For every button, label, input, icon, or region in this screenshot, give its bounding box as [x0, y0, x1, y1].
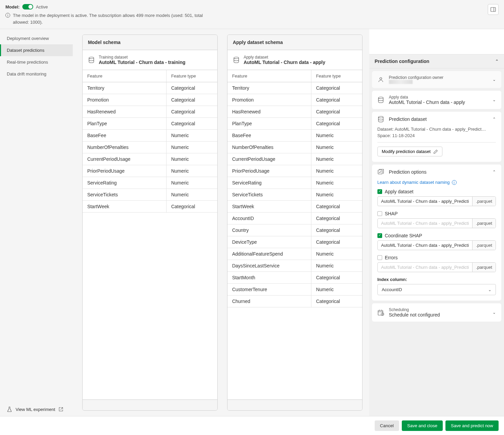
option-label: SHAP	[385, 211, 398, 216]
sidebar-item-dataset-predictions[interactable]: Dataset predictions	[0, 44, 73, 56]
prediction-options-header[interactable]: Prediction options ⌃	[372, 165, 501, 179]
external-link-icon	[59, 407, 63, 412]
feature-cell: StartWeek	[83, 201, 167, 212]
owner-section[interactable]: Prediction configuration owner ⌄	[372, 71, 501, 88]
table-row: PriorPeriodUsageNumeric	[227, 165, 362, 177]
index-column-select[interactable]: AccountID ⌄	[377, 284, 496, 295]
type-cell: Categorical	[311, 106, 362, 117]
apply-feature-header: Feature	[227, 70, 311, 82]
chevron-down-icon: ⌄	[488, 287, 491, 292]
apply-dataset-label: Apply dataset	[244, 55, 325, 60]
feature-cell: AccountID	[227, 213, 311, 224]
type-cell: Numeric	[167, 165, 217, 177]
prediction-config-panel: Prediction configuration ⌃ Prediction co…	[369, 29, 504, 416]
option-file-ext: .parquet	[472, 263, 496, 272]
apply-data-value: AutoML Tutorial - Churn data - apply	[389, 100, 488, 105]
table-row: AdditionalFeatureSpendNumeric	[227, 248, 362, 260]
table-row: PlanTypeCategorical	[83, 118, 217, 130]
save-and-close-button[interactable]: Save and close	[402, 420, 443, 431]
table-row: CurrentPeriodUsageNumeric	[227, 153, 362, 165]
dataset-line: Dataset: AutoML Tutorial - Churn data - …	[377, 127, 496, 132]
option-label: Errors	[385, 255, 398, 260]
type-cell: Numeric	[167, 142, 217, 153]
option-checkbox[interactable]	[377, 233, 382, 238]
type-cell: Categorical	[167, 118, 217, 129]
chevron-down-icon: ⌄	[492, 97, 496, 102]
table-row: StartWeekCategorical	[227, 201, 362, 213]
option-checkbox[interactable]	[377, 255, 382, 260]
model-active-toggle[interactable]	[22, 4, 33, 9]
table-row: PromotionCategorical	[83, 94, 217, 106]
table-row: TerritoryCategorical	[83, 82, 217, 94]
pencil-icon	[433, 149, 438, 154]
feature-cell: PlanType	[227, 118, 311, 129]
model-feature-header: Feature	[83, 70, 167, 82]
feature-cell: Country	[227, 224, 311, 236]
type-cell: Numeric	[167, 177, 217, 189]
svg-point-5	[378, 97, 383, 99]
cancel-button[interactable]: Cancel	[375, 420, 399, 431]
info-icon: i	[5, 13, 10, 18]
chevron-up-icon[interactable]: ⌃	[495, 59, 499, 64]
type-cell: Numeric	[167, 153, 217, 165]
feature-cell: Territory	[83, 82, 167, 94]
model-schema-title: Model schema	[83, 35, 217, 50]
prediction-option: Apply datasetAutoML Tutorial - Churn dat…	[377, 189, 496, 206]
footer-bar: Cancel Save and close Save and predict n…	[0, 416, 504, 435]
table-row: PlanTypeCategorical	[227, 118, 362, 130]
table-row: BaseFeeNumeric	[83, 130, 217, 142]
option-checkbox[interactable]	[377, 211, 382, 216]
type-cell: Numeric	[311, 142, 362, 153]
prediction-dataset-header[interactable]: Prediction dataset ⌃	[372, 112, 501, 127]
type-cell: Categorical	[311, 236, 362, 248]
type-cell: Numeric	[311, 130, 362, 141]
view-ml-experiment-link[interactable]: View ML experiment	[0, 403, 73, 416]
type-cell: Categorical	[311, 94, 362, 106]
apply-data-section[interactable]: Apply data AutoML Tutorial - Churn data …	[372, 91, 501, 109]
svg-rect-0	[491, 7, 496, 12]
type-cell: Numeric	[311, 260, 362, 271]
chevron-down-icon: ⌄	[492, 77, 496, 82]
scheduling-value: Schedule not configured	[389, 312, 488, 318]
table-row: CustomerTenureNumeric	[227, 284, 362, 296]
scheduling-section[interactable]: Scheduling Schedule not configured ⌄	[372, 303, 501, 322]
option-file-input[interactable]: AutoML Tutorial - Churn data - apply_Pre…	[378, 241, 473, 250]
option-file-input[interactable]: AutoML Tutorial - Churn data - apply_Pre…	[378, 197, 473, 206]
option-file-input: AutoML Tutorial - Churn data - apply_Pre…	[378, 263, 473, 272]
feature-cell: PriorPeriodUsage	[227, 165, 311, 177]
type-cell: Categorical	[167, 94, 217, 106]
learn-naming-link[interactable]: Learn about dynamic dataset naming i	[377, 179, 457, 185]
type-cell: Numeric	[311, 248, 362, 260]
view-ml-experiment-label: View ML experiment	[16, 407, 55, 412]
prediction-dataset-title: Prediction dataset	[389, 116, 488, 122]
index-column-label: Index column:	[377, 277, 496, 282]
type-cell: Categorical	[167, 82, 217, 94]
feature-cell: Promotion	[227, 94, 311, 106]
apply-data-label: Apply data	[389, 95, 488, 100]
svg-point-4	[380, 78, 382, 80]
save-and-predict-button[interactable]: Save and predict now	[445, 420, 499, 431]
table-row: NumberOfPenaltiesNumeric	[83, 142, 217, 153]
panel-icon	[490, 7, 496, 12]
model-type-header: Feature type	[167, 70, 217, 82]
sidebar-item-real-time-predictions[interactable]: Real-time predictions	[0, 56, 73, 68]
table-row: CurrentPeriodUsageNumeric	[83, 153, 217, 165]
feature-cell: CurrentPeriodUsage	[227, 153, 311, 165]
modify-prediction-dataset-button[interactable]: Modify prediction dataset	[377, 147, 443, 156]
panel-toggle-button[interactable]	[488, 4, 499, 15]
sidebar-item-data-drift-monitoring[interactable]: Data drift monitoring	[0, 68, 73, 80]
type-cell: Numeric	[311, 284, 362, 295]
sidebar-item-deployment-overview[interactable]: Deployment overview	[0, 32, 73, 44]
feature-cell: BaseFee	[83, 130, 167, 141]
option-file-ext: .parquet	[472, 241, 496, 250]
type-cell: Categorical	[311, 224, 362, 236]
option-label: Apply dataset	[385, 189, 414, 194]
flask-icon	[7, 407, 12, 412]
table-row: ServiceRatingNumeric	[227, 177, 362, 189]
type-cell: Categorical	[311, 296, 362, 307]
feature-cell: PriorPeriodUsage	[83, 165, 167, 177]
type-cell: Numeric	[311, 165, 362, 177]
table-row: PriorPeriodUsageNumeric	[83, 165, 217, 177]
type-cell: Categorical	[311, 213, 362, 224]
option-checkbox[interactable]	[377, 189, 382, 194]
